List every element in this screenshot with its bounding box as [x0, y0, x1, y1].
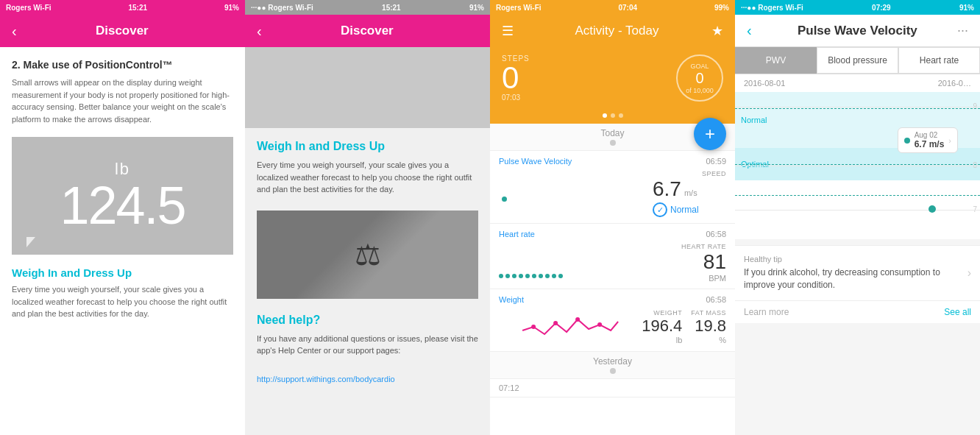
pwv-date-start: 2016-08-01: [744, 79, 785, 88]
weight-row: WEIGHT 196.4 lb FAT MASS 19.8 %: [499, 308, 726, 345]
panel-discover-1: Rogers Wi-Fi 15:21 91% ‹ Discover 2. Mak…: [0, 0, 245, 435]
tab-heart-rate[interactable]: Heart rate: [898, 47, 980, 74]
nav-bar-2: ‹ Discover: [245, 15, 490, 47]
svg-point-2: [575, 317, 580, 322]
section-title-2a: Weigh In and Dress Up: [257, 140, 478, 153]
weight-section[interactable]: Weight 06:58 WEIGHT: [490, 289, 735, 352]
pwv-label: Pulse Wave Velocity: [499, 157, 572, 166]
carrier-2: ···●● Rogers Wi-Fi: [251, 4, 313, 12]
pwv-values: SPEED 6.7 m/s ✓ Normal: [653, 170, 726, 217]
pwv-normal-badge: ✓ Normal: [653, 202, 726, 217]
hr-scatter: [499, 244, 653, 281]
goal-circle: GOAL 0 of 10,000: [676, 54, 723, 102]
status-bar-3: Rogers Wi-Fi 07:04 99%: [490, 0, 735, 15]
hr-value: 81: [703, 250, 726, 273]
today-dot: [610, 140, 616, 146]
healthy-tip-label: Healthy tip: [744, 255, 971, 264]
menu-icon[interactable]: ☰: [502, 23, 514, 39]
nav-title-2: Discover: [271, 24, 464, 38]
pwv-tabs: PWV Blood pressure Heart rate: [735, 47, 980, 74]
pwv-row: SPEED 6.7 m/s ✓ Normal: [499, 170, 726, 217]
weight-values: WEIGHT 196.4 lb FAT MASS 19.8 %: [642, 309, 726, 344]
nav-title-4: Pulse Wave Velocity: [758, 24, 957, 38]
back-button-4[interactable]: ‹: [747, 22, 752, 39]
section-text-2b: If you have any additional questions or …: [257, 333, 478, 357]
battery-1: 91%: [224, 4, 239, 12]
add-button[interactable]: +: [694, 118, 726, 150]
callout-dot: [904, 138, 910, 144]
battery-2: 91%: [469, 4, 484, 12]
tab-pwv[interactable]: PWV: [735, 47, 817, 74]
pwv-speed-unit: m/s: [684, 188, 697, 197]
optimal-dashed-top: [735, 195, 980, 196]
normal-dashed-top: [735, 108, 980, 109]
hr-section-header: Heart rate 06:58: [499, 230, 726, 238]
pwv-chart: [499, 175, 653, 212]
star-icon[interactable]: ★: [711, 23, 723, 39]
nav-bar-3: ☰ Activity - Today ★: [490, 15, 735, 47]
back-button-1[interactable]: ‹: [12, 23, 17, 40]
time-1: 15:21: [128, 4, 147, 12]
tab-blood-pressure[interactable]: Blood pressure: [817, 47, 898, 74]
pwv-chart-area: 9 8 7 Normal Optimal: [735, 92, 980, 239]
weight-label-header: Weight: [499, 295, 524, 304]
check-icon: ✓: [653, 202, 667, 217]
section-text-2a: Every time you weigh yourself, your scal…: [257, 159, 478, 196]
callout-content: Aug 02 6.7 m/s: [915, 131, 945, 149]
healthy-tip-section: Healthy tip If you drink alcohol, try de…: [735, 245, 980, 300]
learn-more-label[interactable]: Learn more: [744, 307, 789, 317]
weight-chart: [499, 308, 642, 345]
hr-label: Heart rate: [499, 230, 535, 238]
status-bar-1: Rogers Wi-Fi 15:21 91%: [0, 0, 245, 15]
pwv-time: 06:59: [706, 157, 726, 166]
weight-time: 06:58: [706, 295, 726, 304]
back-button-2[interactable]: ‹: [257, 23, 262, 40]
content-2: Weigh In and Dress Up Every time you wei…: [245, 128, 490, 397]
see-all-label[interactable]: See all: [944, 307, 971, 317]
hr-chart: [499, 244, 653, 281]
scale-image-icon: ⚖: [355, 238, 381, 272]
content-1: 2. Make use of PositionControl™ Small ar…: [0, 47, 245, 435]
carousel-dot-1: [603, 113, 607, 118]
activity-body: Today Pulse Wave Velocity 06:59 SPEED 6.…: [490, 124, 735, 435]
pwv-speed-value: 6.7: [653, 177, 681, 201]
nav-bar-4: ‹ Pulse Wave Velocity ···: [735, 15, 980, 47]
heart-rate-section[interactable]: Heart rate 06:58 HEART RATE 81 BPM: [490, 224, 735, 289]
steps-time: 07:03: [502, 93, 520, 102]
callout-value: 6.7 m/s: [915, 139, 945, 149]
goal-label: GOAL: [690, 63, 709, 70]
fat-mass-value: 19.8: [695, 316, 726, 335]
carrier-3: Rogers Wi-Fi: [496, 4, 542, 12]
pwv-callout[interactable]: Aug 02 6.7 m/s ›: [898, 127, 958, 153]
pwv-date-end: 2016-0…: [938, 79, 971, 88]
normal-zone-label: Normal: [741, 116, 767, 124]
tip-chevron-icon[interactable]: ›: [967, 266, 971, 280]
more-dots-button[interactable]: ···: [957, 23, 968, 38]
weight-value: 124.5: [60, 179, 185, 232]
section-title-2b: Need help?: [257, 314, 478, 327]
carousel-dot-2: [611, 113, 615, 118]
weight-display: lb 124.5: [12, 137, 233, 255]
pwv-section[interactable]: Pulse Wave Velocity 06:59 SPEED 6.7 m/s: [490, 151, 735, 224]
pwv-body: 2016-08-01 2016-0… 9 8 7 Normal Optimal: [735, 74, 980, 435]
steps-value: 0: [502, 63, 519, 93]
pwv-date-row: 2016-08-01 2016-0…: [735, 74, 980, 92]
hr-values: HEART RATE 81 BPM: [653, 243, 726, 283]
goal-sub: of 10,000: [686, 87, 714, 94]
scale-photo-block: ⚖: [257, 211, 478, 299]
grid-line-9: [735, 107, 980, 107]
time-4: 07:29: [872, 4, 891, 12]
carrier-1: Rogers Wi-Fi: [6, 4, 52, 12]
pwv-dot: [502, 197, 507, 202]
support-link[interactable]: http://support.withings.com/bodycardio: [257, 375, 395, 383]
weight-line-svg: [499, 308, 642, 345]
svg-point-3: [597, 322, 602, 327]
weight-kg-value: 196.4: [642, 316, 682, 335]
carousel-dot-3: [619, 113, 623, 118]
healthy-tip-text: If you drink alcohol, try decreasing con…: [744, 266, 962, 291]
yesterday-dot: [610, 368, 616, 374]
time-2: 15:21: [382, 4, 401, 12]
pwv-section-header: Pulse Wave Velocity 06:59: [499, 157, 726, 166]
hr-unit: BPM: [653, 274, 726, 283]
battery-4: 91%: [959, 4, 974, 12]
